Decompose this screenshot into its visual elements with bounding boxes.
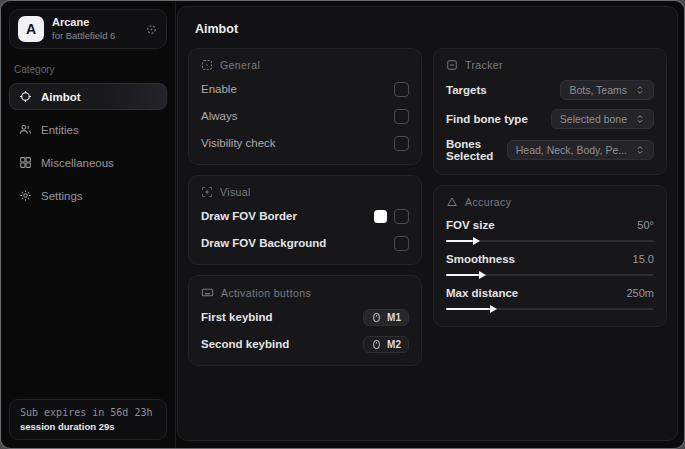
setting-label: Second keybind [201, 338, 289, 350]
card-header: Tracker [465, 59, 503, 71]
card-header: Accuracy [465, 196, 511, 208]
tracker-card: Tracker Targets Bots, Teams Find bone ty… [433, 48, 667, 175]
smoothness-slider[interactable] [446, 274, 654, 276]
fov-size-slider[interactable] [446, 240, 654, 242]
setting-row-visibility-check: Visibility check [201, 134, 409, 152]
draw-fov-background-checkbox[interactable] [394, 236, 409, 251]
fov-border-color-swatch[interactable] [374, 210, 387, 223]
select-value: Head, Neck, Body, Pe... [516, 144, 627, 156]
visual-frame-icon [201, 186, 213, 198]
bones-selected-select[interactable]: Head, Neck, Body, Pe... [507, 140, 654, 160]
sidebar-item-entities[interactable]: Entities [9, 116, 167, 143]
setting-row-enable: Enable [201, 80, 409, 98]
setting-label: Targets [446, 84, 487, 96]
app-window: A Arcane for Battlefield 6 Category Aimb… [0, 0, 685, 449]
logo-card: A Arcane for Battlefield 6 [9, 9, 167, 49]
setting-label: Find bone type [446, 113, 528, 125]
sidebar-item-label: Aimbot [41, 91, 81, 103]
setting-label: FOV size [446, 219, 495, 231]
activation-card: Activation buttons First keybind M1 Seco… [188, 275, 422, 366]
setting-row-find-bone-type: Find bone type Selected bone [446, 109, 654, 129]
slider-value: 15.0 [633, 253, 654, 265]
setting-label: Visibility check [201, 137, 276, 149]
select-value: Bots, Teams [569, 84, 627, 96]
crosshair-icon [19, 90, 32, 103]
slider-value: 250m [626, 287, 654, 299]
card-header: Activation buttons [221, 287, 311, 299]
accuracy-card: Accuracy FOV size 50° Smoothness [433, 185, 667, 327]
sidebar-item-label: Miscellaneous [41, 157, 114, 169]
visibility-check-checkbox[interactable] [394, 136, 409, 151]
setting-row-draw-fov-background: Draw FOV Background [201, 234, 409, 252]
mouse-icon [371, 312, 382, 323]
category-label: Category [14, 64, 162, 75]
select-value: Selected bone [560, 113, 627, 125]
setting-row-max-distance: Max distance 250m [446, 287, 654, 310]
mouse-icon [371, 339, 382, 350]
sidebar-item-settings[interactable]: Settings [9, 182, 167, 209]
setting-label: Smoothness [446, 253, 515, 265]
app-subtitle: for Battlefield 6 [52, 30, 137, 42]
visual-card: Visual Draw FOV Border Draw FOV Backgrou… [188, 175, 422, 265]
page-title: Aimbot [195, 22, 667, 36]
setting-label: First keybind [201, 311, 273, 323]
setting-row-draw-fov-border: Draw FOV Border [201, 207, 409, 225]
draw-fov-border-checkbox[interactable] [394, 209, 409, 224]
setting-row-first-keybind: First keybind M1 [201, 308, 409, 326]
keybind-value: M2 [387, 339, 401, 350]
setting-row-targets: Targets Bots, Teams [446, 80, 654, 100]
sidebar-item-aimbot[interactable]: Aimbot [9, 83, 167, 110]
app-title: Arcane [52, 16, 137, 30]
unfold-icon [635, 85, 645, 95]
setting-label: Bones Selected [446, 138, 507, 162]
setting-label: Draw FOV Background [201, 237, 326, 249]
slider-thumb[interactable] [490, 305, 497, 313]
subscription-card: Sub expires in 56d 23h session duration … [9, 399, 167, 440]
unfold-icon [635, 114, 645, 124]
users-icon [19, 123, 32, 136]
keybind-value: M1 [387, 312, 401, 323]
targets-select[interactable]: Bots, Teams [560, 80, 654, 100]
first-keybind-button[interactable]: M1 [363, 309, 409, 326]
setting-row-second-keybind: Second keybind M2 [201, 335, 409, 353]
setting-row-fov-size: FOV size 50° [446, 219, 654, 242]
slider-thumb[interactable] [479, 271, 486, 279]
sidebar-item-label: Entities [41, 124, 79, 136]
card-header: Visual [220, 186, 251, 198]
settings-gear-icon[interactable] [145, 23, 158, 36]
slider-value: 50° [637, 219, 654, 231]
grid-icon [19, 156, 32, 169]
sidebar-item-label: Settings [41, 190, 83, 202]
main-panel: Aimbot General Enable Alw [177, 6, 678, 441]
second-keybind-button[interactable]: M2 [363, 336, 409, 353]
accuracy-icon [446, 196, 458, 208]
setting-label: Max distance [446, 287, 518, 299]
card-header: General [220, 59, 260, 71]
setting-row-smoothness: Smoothness 15.0 [446, 253, 654, 276]
layout-grid-icon [201, 59, 213, 71]
setting-label: Enable [201, 83, 237, 95]
setting-label: Draw FOV Border [201, 210, 297, 222]
always-checkbox[interactable] [394, 109, 409, 124]
app-logo: A [18, 16, 44, 42]
sidebar: A Arcane for Battlefield 6 Category Aimb… [1, 1, 176, 448]
setting-label: Always [201, 110, 237, 122]
setting-row-bones-selected: Bones Selected Head, Neck, Body, Pe... [446, 138, 654, 162]
find-bone-type-select[interactable]: Selected bone [551, 109, 654, 129]
general-card: General Enable Always Visibility check [188, 48, 422, 165]
session-duration-text: session duration 29s [20, 421, 156, 432]
enable-checkbox[interactable] [394, 82, 409, 97]
sidebar-item-miscellaneous[interactable]: Miscellaneous [9, 149, 167, 176]
max-distance-slider[interactable] [446, 308, 654, 310]
gear-icon [19, 189, 32, 202]
unfold-icon [635, 145, 645, 155]
tracker-icon [446, 59, 458, 71]
setting-row-always: Always [201, 107, 409, 125]
slider-thumb[interactable] [473, 237, 480, 245]
sub-expiry-text: Sub expires in 56d 23h [20, 407, 156, 418]
keyboard-icon [201, 286, 214, 299]
